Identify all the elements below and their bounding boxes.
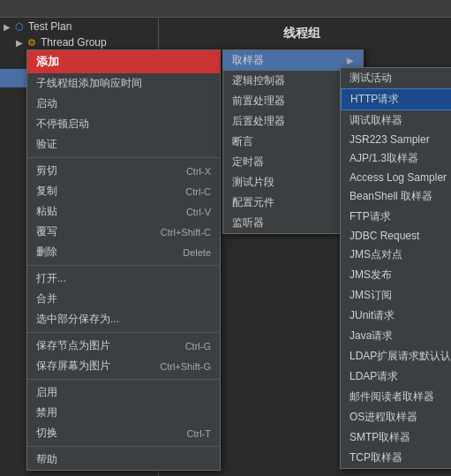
ctx-label-start: 启动 <box>36 96 57 111</box>
ctx-label-cut: 剪切 <box>36 163 57 178</box>
sampler-item-jmspub[interactable]: JMS发布 <box>341 265 451 285</box>
testplan-icon: ⬡ <box>13 20 26 33</box>
ctx-item-start[interactable]: 启动 <box>27 94 220 114</box>
sampler-label-accesslog: Access Log Sampler <box>350 171 447 184</box>
sampler-item-accesslog[interactable]: Access Log Sampler <box>341 169 451 186</box>
submenu-label-logic: 逻辑控制器 <box>232 73 285 88</box>
ctx-label-save-screen-img: 保存屏幕为图片 <box>36 359 110 374</box>
ctx-label-help: 帮助 <box>36 452 57 467</box>
sampler-item-jmsp2p[interactable]: JMS点对点 <box>341 245 451 265</box>
ctx-shortcut-save-node-img: Ctrl-G <box>185 341 211 351</box>
submenu-label-pre: 前置处理器 <box>232 94 285 109</box>
sampler-label-ajp: AJP/1.3取样器 <box>350 151 418 166</box>
sampler-label-ldap-ext: LDAP扩展请求默认认值 <box>350 349 451 364</box>
sampler-label-debug: 调试取样器 <box>350 113 402 128</box>
ctx-item-open[interactable]: 打开... <box>27 268 220 289</box>
tree-label-threadgroup: Thread Group <box>41 36 107 49</box>
sampler-item-ldap-ext[interactable]: LDAP扩展请求默认认值 <box>341 346 451 366</box>
arrow-testplan: ▶ <box>4 22 11 32</box>
submenu-label-assert: 断言 <box>232 134 253 149</box>
sep-4 <box>27 379 220 380</box>
thread-icon: ⚙ <box>26 36 38 49</box>
sampler-label-test-activity: 测试活动 <box>350 71 392 86</box>
ctx-item-save-selection[interactable]: 选中部分保存为... <box>27 309 220 329</box>
sampler-item-ldap[interactable]: LDAP请求 <box>341 366 451 387</box>
sampler-item-jsr223[interactable]: JSR223 Sampler <box>341 131 451 148</box>
submenu-label-post: 后置处理器 <box>232 114 285 129</box>
submenu-label-config: 配置元件 <box>232 195 274 210</box>
sampler-item-mail[interactable]: 邮件阅读者取样器 <box>341 387 451 407</box>
sampler-label-jsr223: JSR223 Sampler <box>350 133 430 146</box>
submenu-label-listener: 监听器 <box>232 215 264 230</box>
ctx-item-nobreak[interactable]: 不停顿启动 <box>27 114 220 134</box>
ctx-label-disable: 禁用 <box>36 405 57 420</box>
sampler-item-jdbc[interactable]: JDBC Request <box>341 227 451 245</box>
ctx-shortcut-delete: Delete <box>183 247 211 258</box>
ctx-item-add-response[interactable]: 子线程组添加响应时间 <box>27 73 220 94</box>
submenu-label-sampler: 取样器 <box>232 53 264 68</box>
ctx-item-toggle[interactable]: 切换 Ctrl-T <box>27 423 220 443</box>
ctx-shortcut-overwrite: Ctrl+Shift-C <box>161 227 211 238</box>
sampler-label-ftp: FTP请求 <box>350 209 391 224</box>
sampler-item-tcp[interactable]: TCP取样器 <box>341 448 451 468</box>
tree-item-threadgroup[interactable]: ▶ ⚙ Thread Group <box>0 34 158 50</box>
sampler-item-ftp[interactable]: FTP请求 <box>341 207 451 227</box>
ctx-label-paste: 粘贴 <box>36 204 57 219</box>
sampler-item-jmssub[interactable]: JMS订阅 <box>341 285 451 306</box>
sampler-label-jdbc: JDBC Request <box>350 230 419 242</box>
sampler-item-os[interactable]: OS进程取样器 <box>341 407 451 427</box>
sampler-label-jmsp2p: JMS点对点 <box>350 247 402 262</box>
sampler-label-beanshell: BeanShell 取样器 <box>350 189 432 204</box>
sampler-item-test-activity[interactable]: 测试活动 <box>341 68 451 88</box>
ctx-label-save-selection: 选中部分保存为... <box>36 312 119 327</box>
ctx-label-overwrite: 覆写 <box>36 224 57 239</box>
ctx-item-overwrite[interactable]: 覆写 Ctrl+Shift-C <box>27 222 220 242</box>
ctx-item-copy[interactable]: 复制 Ctrl-C <box>27 181 220 201</box>
ctx-label-enable: 启用 <box>36 385 57 400</box>
context-menu-main: 添加 子线程组添加响应时间 启动 不停顿启动 验证 剪切 Ctrl-X 复制 C… <box>26 49 221 471</box>
ctx-label-merge: 合并 <box>36 291 57 306</box>
top-bar <box>0 0 451 18</box>
ctx-item-disable[interactable]: 禁用 <box>27 403 220 423</box>
sep-5 <box>27 446 220 447</box>
ctx-item-merge[interactable]: 合并 <box>27 289 220 309</box>
submenu-sampler-list: 测试活动 HTTP请求 调试取样器 JSR223 Sampler AJP/1.3… <box>340 67 451 469</box>
submenu-arrow-sampler: ▶ <box>347 56 354 65</box>
sep-1 <box>27 157 220 158</box>
sampler-item-http[interactable]: HTTP请求 <box>341 88 451 110</box>
ctx-label-add-response: 子线程组添加响应时间 <box>36 76 142 91</box>
ctx-shortcut-cut: Ctrl-X <box>186 166 211 177</box>
ctx-item-cut[interactable]: 剪切 Ctrl-X <box>27 161 220 181</box>
ctx-item-save-node-img[interactable]: 保存节点为图片 Ctrl-G <box>27 336 220 356</box>
sampler-item-junit[interactable]: JUnit请求 <box>341 306 451 326</box>
sampler-label-jmspub: JMS发布 <box>350 268 392 283</box>
ctx-item-delete[interactable]: 删除 Delete <box>27 242 220 262</box>
submenu-label-testfrag: 测试片段 <box>232 175 274 190</box>
ctx-label-validate: 验证 <box>36 137 57 152</box>
ctx-item-validate[interactable]: 验证 <box>27 134 220 155</box>
ctx-label-open: 打开... <box>36 271 66 286</box>
ctx-label-save-node-img: 保存节点为图片 <box>36 338 110 353</box>
ctx-label-toggle: 切换 <box>36 426 57 441</box>
sampler-label-java: Java请求 <box>350 329 393 344</box>
sep-3 <box>27 332 220 333</box>
sampler-item-debug[interactable]: 调试取样器 <box>341 110 451 131</box>
ctx-label-copy: 复制 <box>36 184 57 199</box>
sampler-label-mail: 邮件阅读者取样器 <box>350 389 434 404</box>
ctx-item-enable[interactable]: 启用 <box>27 382 220 403</box>
ctx-shortcut-save-screen-img: Ctrl+Shift-G <box>160 361 211 372</box>
sampler-item-beanshell[interactable]: BeanShell 取样器 <box>341 186 451 207</box>
ctx-item-save-screen-img[interactable]: 保存屏幕为图片 Ctrl+Shift-G <box>27 356 220 376</box>
ctx-item-help[interactable]: 帮助 <box>27 450 220 470</box>
sampler-item-ajp[interactable]: AJP/1.3取样器 <box>341 148 451 169</box>
sampler-item-smtp[interactable]: SMTP取样器 <box>341 427 451 448</box>
tree-item-testplan[interactable]: ▶ ⬡ Test Plan <box>0 19 158 34</box>
sampler-label-junit: JUnit请求 <box>350 308 395 323</box>
sampler-label-smtp: SMTP取样器 <box>350 430 410 445</box>
ctx-label-delete: 删除 <box>36 245 57 260</box>
sampler-item-java[interactable]: Java请求 <box>341 326 451 346</box>
sampler-label-http: HTTP请求 <box>350 92 399 107</box>
ctx-item-paste[interactable]: 粘贴 Ctrl-V <box>27 201 220 222</box>
ctx-shortcut-copy: Ctrl-C <box>185 186 211 197</box>
sampler-label-tcp: TCP取样器 <box>350 450 402 465</box>
